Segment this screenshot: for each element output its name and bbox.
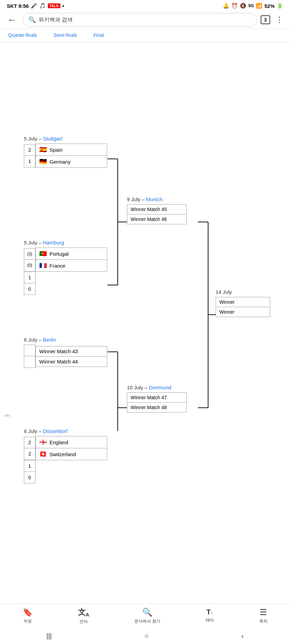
nav-language[interactable]: 文A 언어 — [78, 607, 89, 625]
qf1-match: 5 July – Stuttgart 2 1 🇪🇸 Spain 🇩🇪 Germa… — [24, 134, 107, 168]
network-5g-icon: 5G — [248, 3, 254, 8]
qf3-date: 6 July – Berlin — [24, 337, 107, 343]
sf1-date: 9 July – Munich — [127, 196, 187, 202]
tab-quarter-finals[interactable]: Quarter-finals — [0, 29, 45, 42]
android-nav-bar: ||| ○ ‹ — [0, 627, 290, 644]
sf2-team1: Winner Match 47 — [127, 392, 187, 403]
switzerland-flag: 🇨🇭 — [39, 450, 47, 458]
find-label: 문서에서 찾기 — [134, 618, 160, 624]
bracket-area: 5 July – Stuttgart 2 1 🇪🇸 Spain 🇩🇪 Germa… — [3, 49, 283, 431]
language-label: 언어 — [79, 619, 88, 625]
bottom-nav: 🔖 저장 文A 언어 🔍 문서에서 찾기 T↑ 테마 ☰ 목차 — [0, 604, 290, 627]
toc-icon: ☰ — [260, 608, 267, 617]
qf4-date: 6 July – Düsseldorf — [24, 428, 107, 434]
qf2-score-pen: (3) — [24, 248, 35, 260]
sf1-team2: Winner Match 46 — [127, 214, 187, 224]
back-button[interactable]: ← — [5, 13, 19, 27]
sf1-team1: Winner Match 45 — [127, 204, 187, 214]
android-recent-button[interactable]: ||| — [40, 631, 59, 641]
find-icon: 🔍 — [142, 608, 153, 617]
tabs-strip: Quarter-finals Semi-finals Final — [0, 29, 290, 42]
qf1-score1: 2 — [24, 144, 35, 156]
qf2-score-pen2: (0) — [24, 260, 35, 271]
sf1-teams: Winner Match 45 Winner Match 46 — [127, 204, 187, 224]
status-left: SKT 9:56 🎤 🎵 TALK • — [7, 3, 64, 9]
germany-name: Germany — [49, 159, 71, 165]
qf2-score2: 1 — [24, 272, 35, 283]
qf1-team1: 🇪🇸 Spain — [35, 144, 107, 156]
qf2-extra-scores: 1 0 — [24, 272, 35, 295]
mic-icon: 🎤 — [31, 3, 37, 9]
qf2-scores: (3) (0) — [24, 248, 35, 271]
media-icon: 🎵 — [39, 3, 46, 9]
nav-toc[interactable]: ☰ 목차 — [259, 608, 267, 624]
android-back-button[interactable]: ‹ — [234, 631, 250, 641]
toc-label: 목차 — [259, 618, 267, 624]
sf2-team2: Winner Match 48 — [127, 403, 187, 413]
language-icon: 文A — [78, 607, 89, 617]
qf4-score2b: 0 — [24, 472, 35, 483]
qf3-teams: Winner Match 43 Winner Match 44 — [35, 346, 107, 367]
theme-label: 테마 — [206, 617, 214, 623]
france-flag: 🇫🇷 — [39, 262, 47, 269]
qf4-score1a: 2 — [24, 437, 35, 448]
qf4-team2: 🇨🇭 Switzerland — [35, 448, 107, 460]
tab-semi-finals[interactable]: Semi-finals — [45, 29, 85, 42]
bottom-bar: 🔖 저장 文A 언어 🔍 문서에서 찾기 T↑ 테마 ☰ 목차 ||| ○ ‹ — [0, 603, 290, 644]
alarm-icon: 🔔 — [223, 3, 229, 9]
carrier-text: SKT 9:56 — [7, 3, 29, 9]
main-content: 5 July – Stuttgart 2 1 🇪🇸 Spain 🇩🇪 Germa… — [0, 42, 290, 554]
qf4-scores-bottom: 1 0 — [24, 460, 35, 483]
more-menu-button[interactable]: ⋮ — [274, 14, 285, 26]
spain-flag: 🇪🇸 — [39, 146, 47, 153]
final-team1: Winner — [216, 297, 270, 307]
qf1-team2: 🇩🇪 Germany — [35, 156, 107, 168]
qf1-scores: 2 1 — [24, 144, 35, 167]
germany-flag: 🇩🇪 — [39, 158, 47, 165]
nav-save[interactable]: 🔖 저장 — [23, 608, 33, 624]
qf1-score2: 1 — [24, 156, 35, 167]
battery-text: 52% — [264, 3, 275, 9]
portugal-name: Portugal — [49, 251, 69, 257]
battery-icon: 🔋 — [277, 3, 283, 9]
clock-icon: ⏰ — [231, 3, 238, 9]
talk-icon: TALK — [48, 3, 60, 8]
france-name: France — [49, 263, 66, 269]
switzerland-name: Switzerland — [49, 451, 76, 457]
dot-indicator: • — [62, 3, 64, 9]
search-icon: 🔍 — [28, 16, 36, 24]
qf2-date: 5 July – Hamburg — [24, 240, 107, 245]
save-icon: 🔖 — [23, 608, 33, 617]
final-team2: Winner — [216, 307, 270, 317]
signal-icon: 📶 — [256, 3, 262, 9]
nav-theme[interactable]: T↑ 테마 — [206, 608, 214, 623]
qf3-scores — [24, 345, 35, 368]
tab-final[interactable]: Final — [85, 29, 112, 42]
status-bar: SKT 9:56 🎤 🎵 TALK • 🔔 ⏰ 🔇 5G 📶 52% 🔋 — [0, 0, 290, 11]
england-flag: 🏴󠁧󠁢󠁥󠁮󠁧󠁿 — [39, 438, 47, 446]
qf3-team1: Winner Match 43 — [35, 346, 107, 357]
save-label: 저장 — [24, 618, 32, 624]
sf1-match: 9 July – Munich Winner Match 45 Winner M… — [127, 195, 187, 224]
android-home-button[interactable]: ○ — [137, 631, 155, 641]
status-right: 🔔 ⏰ 🔇 5G 📶 52% 🔋 — [223, 3, 283, 9]
qf3-score1 — [24, 345, 35, 356]
qf3-team2: Winner Match 44 — [35, 357, 107, 367]
qf2-score3: 0 — [24, 283, 35, 295]
qf2-teams: 🇵🇹 Portugal 🇫🇷 France — [35, 248, 107, 272]
qf3-score2 — [24, 356, 35, 368]
qf4-score2a: 2 — [24, 448, 35, 460]
final-date: 14 July — [216, 289, 270, 295]
qf2-team2: 🇫🇷 France — [35, 260, 107, 272]
qf2-team1: 🇵🇹 Portugal — [35, 248, 107, 260]
search-bar[interactable]: 🔍 위키백과 검색 — [23, 13, 257, 27]
theme-icon: T↑ — [206, 608, 213, 616]
sf2-date: 10 July – Dortmund — [127, 385, 187, 390]
qf3-match: 6 July – Berlin Winner Match 43 Winner M… — [24, 335, 107, 368]
search-input[interactable]: 위키백과 검색 — [39, 16, 73, 24]
qf4-match: 6 July – Düsseldorf 2 2 🏴󠁧󠁢󠁥󠁮󠁧󠁿 England … — [24, 427, 107, 483]
portugal-flag: 🇵🇹 — [39, 250, 47, 257]
nav-find[interactable]: 🔍 문서에서 찾기 — [134, 608, 160, 624]
tab-count-badge[interactable]: 3 — [261, 15, 270, 24]
nav-bar: ← 🔍 위키백과 검색 3 ⋮ — [0, 11, 290, 29]
